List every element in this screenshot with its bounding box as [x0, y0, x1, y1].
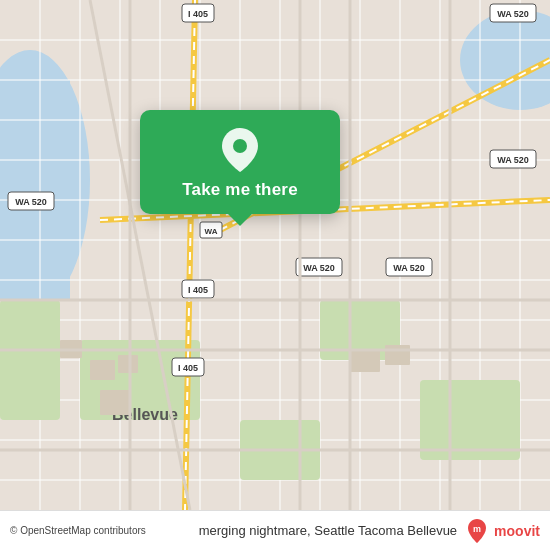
svg-rect-2 — [0, 80, 70, 300]
popup-card[interactable]: Take me there — [140, 110, 340, 214]
svg-text:WA 520: WA 520 — [15, 197, 47, 207]
svg-text:I 405: I 405 — [178, 363, 198, 373]
svg-rect-31 — [420, 380, 520, 460]
osm-attribution: © OpenStreetMap contributors — [10, 525, 146, 536]
svg-text:WA 520: WA 520 — [497, 9, 529, 19]
location-pin-icon — [218, 128, 262, 172]
svg-text:I 405: I 405 — [188, 285, 208, 295]
svg-text:WA: WA — [205, 227, 218, 236]
svg-rect-63 — [350, 350, 380, 372]
popup-label: Take me there — [182, 180, 298, 200]
svg-text:WA 520: WA 520 — [393, 263, 425, 273]
svg-rect-59 — [90, 360, 115, 380]
bottom-right-info: merging nightmare, Seattle Tacoma Bellev… — [199, 517, 540, 545]
svg-rect-32 — [0, 300, 60, 420]
svg-text:WA 520: WA 520 — [497, 155, 529, 165]
svg-rect-64 — [385, 345, 410, 365]
svg-text:I 405: I 405 — [188, 9, 208, 19]
svg-text:WA 520: WA 520 — [303, 263, 335, 273]
svg-text:m: m — [473, 524, 481, 534]
map-view[interactable]: I 405 I 405 I 405 WA 520 WA 520 WA 520 W… — [0, 0, 550, 510]
bottom-bar: © OpenStreetMap contributors merging nig… — [0, 510, 550, 550]
svg-rect-61 — [100, 390, 130, 415]
svg-rect-60 — [118, 355, 138, 373]
svg-point-73 — [233, 139, 247, 153]
location-text: merging nightmare, Seattle Tacoma Bellev… — [199, 523, 457, 538]
moovit-wordmark: moovit — [494, 523, 540, 539]
moovit-icon: m — [463, 517, 491, 545]
moovit-logo[interactable]: m moovit — [463, 517, 540, 545]
